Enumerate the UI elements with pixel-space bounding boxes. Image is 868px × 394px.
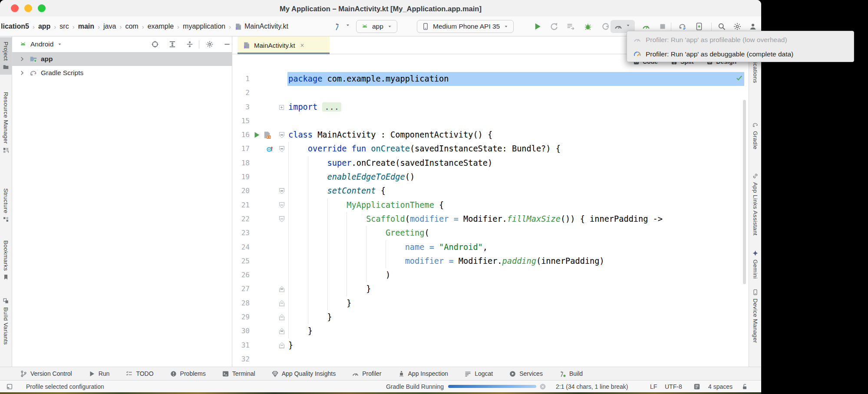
code-line[interactable]: 22 Scaffold(modifier = Modifier.fillMaxS…	[232, 212, 749, 226]
profiler-dropdown-chevron-icon[interactable]	[625, 22, 631, 31]
encoding-widget[interactable]: UTF-8	[665, 381, 682, 392]
settings-icon[interactable]	[733, 22, 742, 31]
run-configuration-select[interactable]: app	[356, 20, 397, 33]
code-line[interactable]: 25 modifier = Modifier.padding(innerPadd…	[232, 254, 749, 268]
stripe-item-app-links-assistant[interactable]: App Links Assistant	[749, 173, 761, 236]
debug-icon[interactable]	[584, 22, 592, 31]
tree-row-gradle-scripts[interactable]: Gradle Scripts	[12, 66, 232, 80]
apply-changes-icon[interactable]	[550, 22, 558, 31]
fold-marker[interactable]	[279, 328, 284, 334]
gradle-sync-icon[interactable]	[678, 22, 687, 31]
close-icon[interactable]	[299, 42, 305, 49]
collapse-all-icon[interactable]	[186, 40, 194, 48]
chevron-down-icon[interactable]	[57, 40, 63, 48]
code-line[interactable]: 18 super.onCreate(savedInstanceState)	[232, 156, 749, 170]
stripe-item-bookmarks[interactable]: Bookmarks	[0, 240, 12, 280]
stripe-item-gemini[interactable]: Gemini	[749, 250, 761, 279]
code-line[interactable]: 30 }	[232, 324, 749, 338]
code-area[interactable]: 1package com.example.myapplication23impo…	[232, 54, 749, 367]
indent-style-icon[interactable]	[693, 383, 700, 390]
toolwindow-button-run[interactable]: Run	[88, 370, 110, 378]
fold-marker[interactable]	[279, 188, 284, 194]
code-line[interactable]: 26 )	[232, 268, 749, 282]
search-everywhere-icon[interactable]	[717, 22, 726, 31]
breadcrumb-item[interactable]: MainActivity.kt	[234, 23, 288, 30]
profiler-menu-item[interactable]: Profiler: Run 'app' as profileable (low …	[627, 33, 854, 47]
fold-marker[interactable]	[279, 286, 284, 292]
composable-preview-icon[interactable]	[263, 131, 271, 139]
profiler-menu-item[interactable]: Profiler: Run 'app' as debuggable (compl…	[627, 47, 854, 61]
toolwindow-button-app-inspection[interactable]: App Inspection	[398, 370, 449, 378]
breadcrumb-item[interactable]: app	[38, 23, 50, 30]
run-icon[interactable]	[533, 22, 542, 31]
caret-position-widget[interactable]: 2:1 (34 chars, 1 line break)	[556, 381, 628, 392]
inspections-ok-icon[interactable]	[735, 74, 743, 82]
breadcrumb-item[interactable]: example	[148, 23, 174, 30]
code-line[interactable]: 3import ...	[232, 100, 749, 114]
breadcrumb-item[interactable]: src	[59, 23, 69, 30]
toolwindow-button-logcat[interactable]: Logcat	[464, 370, 493, 378]
chevron-right-icon[interactable]	[18, 55, 26, 63]
stripe-item-structure[interactable]: Structure	[0, 188, 12, 223]
code-line[interactable]: 16class MainActivity : ComponentActivity…	[232, 128, 749, 142]
hide-icon[interactable]	[223, 40, 231, 48]
overrides-icon[interactable]	[265, 144, 274, 153]
code-line[interactable]: 31}	[232, 338, 749, 352]
device-select[interactable]: Medium Phone API 35	[417, 20, 514, 33]
code-line[interactable]: 20 setContent {	[232, 184, 749, 198]
fold-expand-marker[interactable]	[279, 105, 284, 110]
fold-marker[interactable]	[279, 342, 284, 348]
tree-row-app[interactable]: app	[12, 52, 232, 66]
code-line[interactable]: 15	[232, 114, 749, 128]
chevron-right-icon[interactable]	[18, 69, 26, 77]
toolwindow-button-terminal[interactable]: Terminal	[222, 370, 255, 378]
toolwindow-button-services[interactable]: Services	[509, 370, 543, 378]
code-line[interactable]: 27 }	[232, 282, 749, 296]
stripe-item-gradle[interactable]: Gradle	[749, 121, 761, 149]
breadcrumb-item[interactable]: lication5	[1, 23, 29, 30]
toolwindow-button-profiler[interactable]: Profiler	[352, 370, 381, 378]
code-line[interactable]: 19 enableEdgeToEdge()	[232, 170, 749, 184]
layout-widget-icon[interactable]	[6, 383, 13, 390]
cancel-progress-icon[interactable]	[539, 383, 546, 390]
stripe-item-resource-manager[interactable]: Resource Manager	[0, 92, 12, 154]
breadcrumb-item[interactable]: main	[78, 23, 94, 30]
run-line-icon[interactable]	[252, 131, 261, 139]
fold-marker[interactable]	[279, 314, 284, 320]
toolwindow-button-todo[interactable]: TODO	[125, 370, 153, 378]
code-line[interactable]: 1package com.example.myapplication	[232, 72, 749, 86]
build-dropdown-chevron-icon[interactable]	[345, 22, 351, 31]
toolwindow-button-build[interactable]: Build	[559, 370, 583, 378]
device-manager-icon[interactable]	[695, 22, 703, 31]
toolwindow-button-app-quality-insights[interactable]: App Quality Insights	[271, 370, 336, 378]
stripe-item-device-manager[interactable]: Device Manager	[749, 289, 761, 343]
breadcrumb-item[interactable]: java	[103, 23, 116, 30]
stop-icon[interactable]	[658, 22, 667, 31]
code-line[interactable]: 17 override fun onCreate(savedInstanceSt…	[232, 142, 749, 156]
code-line[interactable]: 29 }	[232, 310, 749, 324]
profiler-icon[interactable]	[614, 22, 623, 31]
editor-tab-mainactivity[interactable]: MainActivity.kt	[238, 36, 330, 54]
code-line[interactable]: 23 Greeting(	[232, 226, 749, 240]
code-line[interactable]: 28 }	[232, 296, 749, 310]
settings-icon[interactable]	[206, 40, 214, 48]
fold-marker[interactable]	[279, 216, 284, 222]
code-line[interactable]: 2	[232, 86, 749, 100]
user-profile-icon[interactable]	[749, 22, 757, 31]
toolwindow-button-problems[interactable]: Problems	[170, 370, 206, 378]
code-line[interactable]: 24 name = "Android",	[232, 240, 749, 254]
editor-scrollbar[interactable]	[743, 100, 746, 284]
lock-icon[interactable]	[741, 383, 748, 390]
line-separator-widget[interactable]: LF	[650, 381, 657, 392]
fold-marker[interactable]	[279, 202, 284, 208]
breadcrumb-item[interactable]: com	[125, 23, 138, 30]
fold-marker[interactable]	[279, 132, 284, 138]
toolwindow-button-version-control[interactable]: Version Control	[20, 370, 72, 378]
fold-marker[interactable]	[279, 300, 284, 306]
stripe-item-project[interactable]: Project	[0, 37, 12, 75]
fold-marker[interactable]	[279, 146, 284, 152]
build-hammer-icon[interactable]	[333, 22, 342, 31]
code-line[interactable]: 32	[232, 352, 749, 366]
run-configurations-icon[interactable]	[566, 22, 575, 31]
project-view-selector[interactable]: Android	[30, 40, 53, 48]
